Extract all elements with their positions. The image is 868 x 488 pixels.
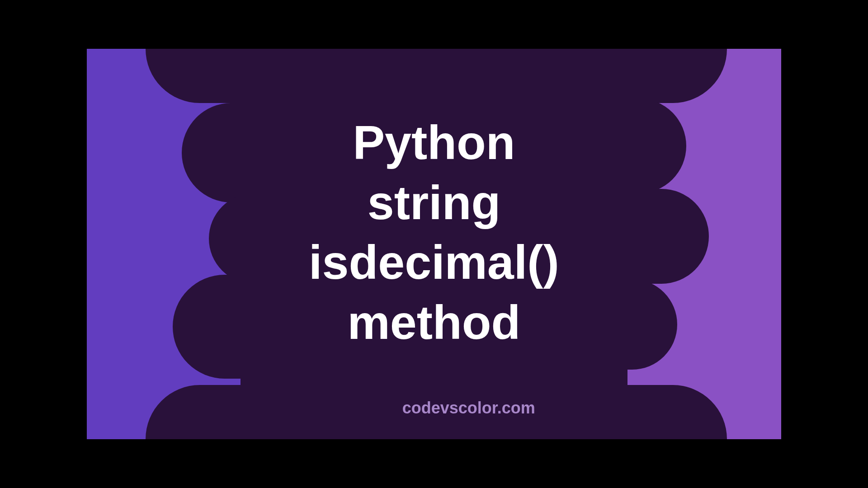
watermark-text: codevscolor.com [402,399,535,418]
banner-title: Python string isdecimal() method [309,113,559,352]
banner-canvas: Python string isdecimal() method codevsc… [87,49,781,439]
